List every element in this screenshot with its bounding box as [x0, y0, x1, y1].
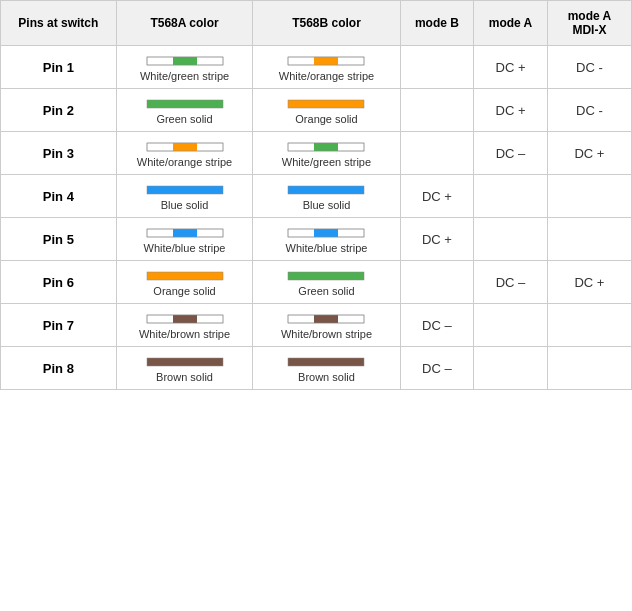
table-row: Pin 8Brown solidBrown solidDC – — [1, 347, 632, 390]
modea-cell — [474, 304, 548, 347]
svg-rect-22 — [147, 272, 223, 280]
t568b-cell: Green solid — [253, 261, 400, 304]
t568a-cell: Brown solid — [116, 347, 253, 390]
svg-rect-23 — [288, 272, 364, 280]
t568b-label: Blue solid — [303, 199, 351, 211]
t568a-label: Green solid — [156, 113, 212, 125]
header-t568b: T568B color — [253, 1, 400, 46]
pin-label: Pin 2 — [1, 89, 117, 132]
t568b-cell: White/blue stripe — [253, 218, 400, 261]
modea-cell — [474, 347, 548, 390]
t568b-label: White/orange stripe — [279, 70, 374, 82]
t568a-label: White/blue stripe — [144, 242, 226, 254]
header-mdix: mode A MDI-X — [547, 1, 631, 46]
t568b-label: Brown solid — [298, 371, 355, 383]
svg-rect-20 — [314, 229, 338, 237]
modeb-cell — [400, 46, 474, 89]
modeb-cell — [400, 89, 474, 132]
t568a-cell: White/brown stripe — [116, 304, 253, 347]
t568a-label: Orange solid — [153, 285, 215, 297]
modeb-cell — [400, 132, 474, 175]
t568b-cell: White/brown stripe — [253, 304, 400, 347]
t568b-label: Orange solid — [295, 113, 357, 125]
header-pins: Pins at switch — [1, 1, 117, 46]
t568a-label: Blue solid — [161, 199, 209, 211]
t568b-cell: White/orange stripe — [253, 46, 400, 89]
modea-cell — [474, 218, 548, 261]
t568a-label: White/brown stripe — [139, 328, 230, 340]
modeb-cell: DC – — [400, 347, 474, 390]
svg-rect-14 — [147, 186, 223, 194]
mdix-cell — [547, 218, 631, 261]
svg-rect-31 — [288, 358, 364, 366]
modeb-cell: DC – — [400, 304, 474, 347]
table-row: Pin 3White/orange stripeWhite/green stri… — [1, 132, 632, 175]
pin-label: Pin 6 — [1, 261, 117, 304]
mdix-cell: DC + — [547, 261, 631, 304]
t568b-label: White/green stripe — [282, 156, 371, 168]
t568b-cell: White/green stripe — [253, 132, 400, 175]
main-table-container: Pins at switch T568A color T568B color m… — [0, 0, 632, 390]
header-modeb: mode B — [400, 1, 474, 46]
pin-label: Pin 5 — [1, 218, 117, 261]
modea-cell: DC + — [474, 89, 548, 132]
mdix-cell: DC - — [547, 46, 631, 89]
t568b-cell: Orange solid — [253, 89, 400, 132]
t568b-label: Green solid — [298, 285, 354, 297]
svg-rect-6 — [147, 100, 223, 108]
svg-rect-15 — [288, 186, 364, 194]
pin-label: Pin 7 — [1, 304, 117, 347]
svg-rect-17 — [173, 229, 197, 237]
svg-rect-25 — [173, 315, 197, 323]
t568b-label: White/blue stripe — [286, 242, 368, 254]
pin-label: Pin 4 — [1, 175, 117, 218]
table-row: Pin 2Green solidOrange solidDC +DC - — [1, 89, 632, 132]
svg-rect-4 — [314, 57, 338, 65]
header-t568a: T568A color — [116, 1, 253, 46]
mdix-cell: DC - — [547, 89, 631, 132]
mdix-cell — [547, 347, 631, 390]
t568b-cell: Blue solid — [253, 175, 400, 218]
t568a-label: White/orange stripe — [137, 156, 232, 168]
wire-table: Pins at switch T568A color T568B color m… — [0, 0, 632, 390]
modeb-cell — [400, 261, 474, 304]
svg-rect-12 — [314, 143, 338, 151]
pin-label: Pin 1 — [1, 46, 117, 89]
modea-cell — [474, 175, 548, 218]
svg-rect-28 — [314, 315, 338, 323]
table-row: Pin 6Orange solidGreen solidDC –DC + — [1, 261, 632, 304]
t568a-label: Brown solid — [156, 371, 213, 383]
modeb-cell: DC + — [400, 218, 474, 261]
t568a-cell: Orange solid — [116, 261, 253, 304]
svg-rect-1 — [173, 57, 197, 65]
mdix-cell: DC + — [547, 132, 631, 175]
t568b-cell: Brown solid — [253, 347, 400, 390]
mdix-cell — [547, 175, 631, 218]
modea-cell: DC + — [474, 46, 548, 89]
t568a-cell: White/orange stripe — [116, 132, 253, 175]
table-row: Pin 5White/blue stripeWhite/blue stripeD… — [1, 218, 632, 261]
svg-rect-9 — [173, 143, 197, 151]
pin-label: Pin 8 — [1, 347, 117, 390]
table-row: Pin 1White/green stripeWhite/orange stri… — [1, 46, 632, 89]
svg-rect-7 — [288, 100, 364, 108]
table-row: Pin 7White/brown stripeWhite/brown strip… — [1, 304, 632, 347]
modea-cell: DC – — [474, 132, 548, 175]
pin-label: Pin 3 — [1, 132, 117, 175]
modeb-cell: DC + — [400, 175, 474, 218]
t568a-cell: Blue solid — [116, 175, 253, 218]
t568b-label: White/brown stripe — [281, 328, 372, 340]
modea-cell: DC – — [474, 261, 548, 304]
t568a-cell: Green solid — [116, 89, 253, 132]
t568a-cell: White/blue stripe — [116, 218, 253, 261]
t568a-label: White/green stripe — [140, 70, 229, 82]
t568a-cell: White/green stripe — [116, 46, 253, 89]
svg-rect-30 — [147, 358, 223, 366]
mdix-cell — [547, 304, 631, 347]
header-modea: mode A — [474, 1, 548, 46]
table-row: Pin 4Blue solidBlue solidDC + — [1, 175, 632, 218]
